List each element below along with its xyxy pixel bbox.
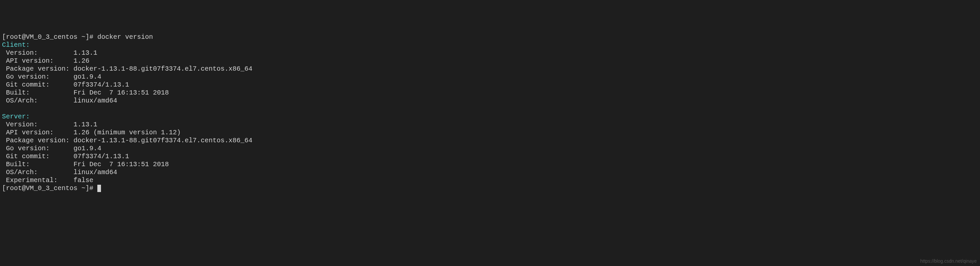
entered-command: docker version [97,33,153,41]
server-value: 07f3374/1.13.1 [73,152,129,160]
server-value: go1.9.4 [73,144,101,152]
server-row: OS/Arch: linux/amd64 [2,168,978,176]
server-label: OS/Arch: [2,168,70,176]
client-row: Built: Fri Dec 7 16:13:51 2018 [2,89,978,97]
server-value: 1.13.1 [73,121,97,128]
server-label: Experimental: [2,176,70,184]
client-label: OS/Arch: [2,97,70,104]
server-label: Go version: [2,144,70,152]
client-value: go1.9.4 [73,73,101,80]
server-value: false [73,176,93,184]
watermark-text: https://blog.csdn.net/qinaye [920,258,977,264]
server-label: Built: [2,160,70,168]
client-label: Git commit: [2,81,70,88]
server-value: Fri Dec 7 16:13:51 2018 [73,160,169,168]
client-value: Fri Dec 7 16:13:51 2018 [73,89,169,96]
client-row: Version: 1.13.1 [2,49,978,57]
client-value: 1.26 [73,57,89,65]
client-value: linux/amd64 [73,97,117,104]
prompt-user-host-2: [root@VM_0_3_centos ~]# [2,184,93,192]
server-row: Package version: docker-1.13.1-88.git07f… [2,137,978,144]
blank-line [2,105,978,113]
server-row: Git commit: 07f3374/1.13.1 [2,152,978,160]
client-row: Git commit: 07f3374/1.13.1 [2,81,978,89]
server-label: Version: [2,121,70,128]
server-row: Built: Fri Dec 7 16:13:51 2018 [2,160,978,168]
server-header: Server: [2,113,978,121]
client-label: API version: [2,57,70,65]
server-value: docker-1.13.1-88.git07f3374.el7.centos.x… [73,137,252,144]
client-row: Go version: go1.9.4 [2,73,978,81]
server-row: Experimental: false [2,176,978,184]
client-label: Go version: [2,73,70,80]
client-row: API version: 1.26 [2,57,978,65]
server-label: Package version: [2,137,70,144]
client-header: Client: [2,41,978,49]
client-value: 1.13.1 [73,49,97,57]
client-label: Version: [2,49,70,57]
client-value: 07f3374/1.13.1 [73,81,129,88]
server-label: API version: [2,129,70,136]
server-row: API version: 1.26 (minimum version 1.12) [2,129,978,137]
terminal-cursor[interactable] [97,185,101,192]
server-row: Version: 1.13.1 [2,121,978,129]
server-value: linux/amd64 [73,168,117,176]
client-row: OS/Arch: linux/amd64 [2,97,978,105]
prompt-user-host: [root@VM_0_3_centos ~]# [2,33,93,41]
client-label: Package version: [2,65,70,73]
prompt-line-2[interactable]: [root@VM_0_3_centos ~]# [2,184,978,192]
client-row: Package version: docker-1.13.1-88.git07f… [2,65,978,73]
client-label: Built: [2,89,70,96]
prompt-line-1: [root@VM_0_3_centos ~]# docker version [2,33,978,41]
client-value: docker-1.13.1-88.git07f3374.el7.centos.x… [73,65,252,73]
server-label: Git commit: [2,152,70,160]
server-value: 1.26 (minimum version 1.12) [73,129,181,136]
server-row: Go version: go1.9.4 [2,144,978,152]
